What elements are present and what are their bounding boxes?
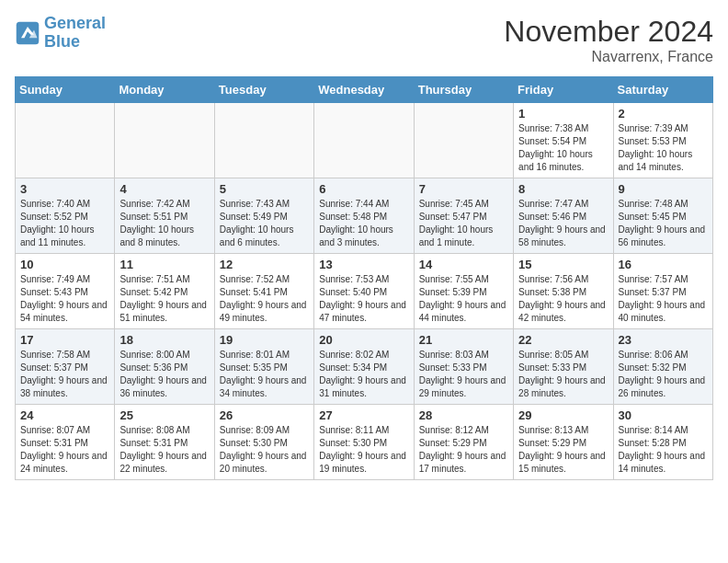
day-info: Sunrise: 8:06 AMSunset: 5:32 PMDaylight:… (619, 349, 708, 400)
day-info: Sunrise: 7:43 AMSunset: 5:49 PMDaylight:… (220, 198, 309, 249)
calendar-cell: 16Sunrise: 7:57 AMSunset: 5:37 PMDayligh… (613, 254, 712, 329)
weekday-header-monday: Monday (115, 77, 214, 103)
weekday-header-saturday: Saturday (613, 77, 712, 103)
day-number: 24 (20, 408, 109, 422)
weekday-header-sunday: Sunday (16, 77, 115, 103)
svg-rect-0 (17, 22, 40, 45)
calendar-cell: 10Sunrise: 7:49 AMSunset: 5:43 PMDayligh… (16, 254, 115, 329)
calendar-cell: 11Sunrise: 7:51 AMSunset: 5:42 PMDayligh… (115, 254, 214, 329)
calendar-cell: 18Sunrise: 8:00 AMSunset: 5:36 PMDayligh… (115, 329, 214, 405)
week-row-3: 10Sunrise: 7:49 AMSunset: 5:43 PMDayligh… (16, 254, 713, 329)
logo-icon (15, 20, 40, 46)
day-info: Sunrise: 8:11 AMSunset: 5:30 PMDaylight:… (319, 424, 408, 476)
day-info: Sunrise: 7:38 AMSunset: 5:54 PMDaylight:… (518, 122, 608, 174)
day-info: Sunrise: 7:47 AMSunset: 5:46 PMDaylight:… (518, 198, 608, 249)
day-number: 16 (619, 258, 708, 271)
calendar-cell: 29Sunrise: 8:13 AMSunset: 5:29 PMDayligh… (514, 405, 613, 480)
day-info: Sunrise: 8:08 AMSunset: 5:31 PMDaylight:… (119, 424, 209, 476)
week-row-5: 24Sunrise: 8:07 AMSunset: 5:31 PMDayligh… (16, 405, 713, 480)
calendar-cell: 7Sunrise: 7:45 AMSunset: 5:47 PMDaylight… (414, 178, 513, 254)
calendar-cell: 12Sunrise: 7:52 AMSunset: 5:41 PMDayligh… (214, 254, 313, 329)
day-number: 23 (619, 333, 708, 347)
day-info: Sunrise: 7:56 AMSunset: 5:38 PMDaylight:… (518, 273, 608, 325)
day-number: 14 (419, 258, 508, 271)
day-info: Sunrise: 8:14 AMSunset: 5:28 PMDaylight:… (619, 424, 708, 476)
calendar-cell: 15Sunrise: 7:56 AMSunset: 5:38 PMDayligh… (514, 254, 613, 329)
day-info: Sunrise: 7:55 AMSunset: 5:39 PMDaylight:… (419, 273, 508, 325)
day-info: Sunrise: 8:13 AMSunset: 5:29 PMDaylight:… (518, 424, 608, 476)
day-number: 6 (319, 182, 408, 196)
weekday-header-wednesday: Wednesday (314, 77, 414, 103)
day-number: 29 (518, 408, 608, 422)
weekday-header-row: SundayMondayTuesdayWednesdayThursdayFrid… (16, 77, 713, 103)
day-number: 18 (119, 333, 209, 347)
day-info: Sunrise: 8:03 AMSunset: 5:33 PMDaylight:… (419, 349, 508, 400)
calendar-cell: 1Sunrise: 7:38 AMSunset: 5:54 PMDaylight… (514, 103, 613, 178)
calendar-cell (214, 103, 313, 178)
calendar-cell: 28Sunrise: 8:12 AMSunset: 5:29 PMDayligh… (414, 405, 513, 480)
day-number: 11 (119, 258, 209, 271)
day-number: 25 (119, 408, 209, 422)
day-info: Sunrise: 7:44 AMSunset: 5:48 PMDaylight:… (319, 198, 408, 249)
location-title: Navarrenx, France (504, 49, 713, 65)
logo-text: General Blue (44, 15, 106, 52)
day-number: 20 (319, 333, 408, 347)
day-number: 22 (518, 333, 608, 347)
day-info: Sunrise: 8:07 AMSunset: 5:31 PMDaylight:… (20, 424, 109, 476)
calendar-cell: 20Sunrise: 8:02 AMSunset: 5:34 PMDayligh… (314, 329, 414, 405)
day-number: 8 (518, 182, 608, 196)
calendar-cell: 4Sunrise: 7:42 AMSunset: 5:51 PMDaylight… (115, 178, 214, 254)
calendar-cell: 2Sunrise: 7:39 AMSunset: 5:53 PMDaylight… (613, 103, 712, 178)
day-number: 17 (20, 333, 109, 347)
calendar-cell: 30Sunrise: 8:14 AMSunset: 5:28 PMDayligh… (613, 405, 712, 480)
header: General Blue November 2024 Navarrenx, Fr… (15, 15, 713, 65)
day-info: Sunrise: 7:42 AMSunset: 5:51 PMDaylight:… (119, 198, 209, 249)
day-info: Sunrise: 7:48 AMSunset: 5:45 PMDaylight:… (619, 198, 708, 249)
day-info: Sunrise: 8:12 AMSunset: 5:29 PMDaylight:… (419, 424, 508, 476)
calendar-cell: 5Sunrise: 7:43 AMSunset: 5:49 PMDaylight… (214, 178, 313, 254)
month-title: November 2024 (504, 15, 713, 49)
day-number: 4 (119, 182, 209, 196)
calendar-cell: 9Sunrise: 7:48 AMSunset: 5:45 PMDaylight… (613, 178, 712, 254)
day-number: 27 (319, 408, 408, 422)
calendar-cell (414, 103, 513, 178)
calendar-cell: 26Sunrise: 8:09 AMSunset: 5:30 PMDayligh… (214, 405, 313, 480)
calendar-cell (16, 103, 115, 178)
day-number: 15 (518, 258, 608, 271)
day-info: Sunrise: 7:58 AMSunset: 5:37 PMDaylight:… (20, 349, 109, 400)
day-number: 30 (619, 408, 708, 422)
calendar-cell: 27Sunrise: 8:11 AMSunset: 5:30 PMDayligh… (314, 405, 414, 480)
calendar-cell: 6Sunrise: 7:44 AMSunset: 5:48 PMDaylight… (314, 178, 414, 254)
day-number: 9 (619, 182, 708, 196)
calendar-cell: 14Sunrise: 7:55 AMSunset: 5:39 PMDayligh… (414, 254, 513, 329)
day-info: Sunrise: 7:49 AMSunset: 5:43 PMDaylight:… (20, 273, 109, 325)
calendar-cell: 8Sunrise: 7:47 AMSunset: 5:46 PMDaylight… (514, 178, 613, 254)
calendar-cell: 19Sunrise: 8:01 AMSunset: 5:35 PMDayligh… (214, 329, 313, 405)
day-number: 21 (419, 333, 508, 347)
day-info: Sunrise: 8:02 AMSunset: 5:34 PMDaylight:… (319, 349, 408, 400)
calendar-cell: 23Sunrise: 8:06 AMSunset: 5:32 PMDayligh… (613, 329, 712, 405)
calendar-cell: 3Sunrise: 7:40 AMSunset: 5:52 PMDaylight… (16, 178, 115, 254)
weekday-header-tuesday: Tuesday (214, 77, 313, 103)
day-number: 13 (319, 258, 408, 271)
day-info: Sunrise: 8:05 AMSunset: 5:33 PMDaylight:… (518, 349, 608, 400)
day-number: 26 (220, 408, 309, 422)
weekday-header-friday: Friday (514, 77, 613, 103)
day-number: 2 (619, 107, 708, 121)
day-info: Sunrise: 7:57 AMSunset: 5:37 PMDaylight:… (619, 273, 708, 325)
day-number: 28 (419, 408, 508, 422)
day-info: Sunrise: 7:51 AMSunset: 5:42 PMDaylight:… (119, 273, 209, 325)
calendar-cell: 17Sunrise: 7:58 AMSunset: 5:37 PMDayligh… (16, 329, 115, 405)
title-area: November 2024 Navarrenx, France (504, 15, 713, 65)
weekday-header-thursday: Thursday (414, 77, 513, 103)
calendar-cell: 22Sunrise: 8:05 AMSunset: 5:33 PMDayligh… (514, 329, 613, 405)
day-info: Sunrise: 7:45 AMSunset: 5:47 PMDaylight:… (419, 198, 508, 249)
day-number: 1 (518, 107, 608, 121)
day-number: 10 (20, 258, 109, 271)
calendar-cell: 24Sunrise: 8:07 AMSunset: 5:31 PMDayligh… (16, 405, 115, 480)
day-info: Sunrise: 8:01 AMSunset: 5:35 PMDaylight:… (220, 349, 309, 400)
day-info: Sunrise: 7:40 AMSunset: 5:52 PMDaylight:… (20, 198, 109, 249)
calendar-cell: 21Sunrise: 8:03 AMSunset: 5:33 PMDayligh… (414, 329, 513, 405)
calendar-cell: 25Sunrise: 8:08 AMSunset: 5:31 PMDayligh… (115, 405, 214, 480)
day-number: 5 (220, 182, 309, 196)
